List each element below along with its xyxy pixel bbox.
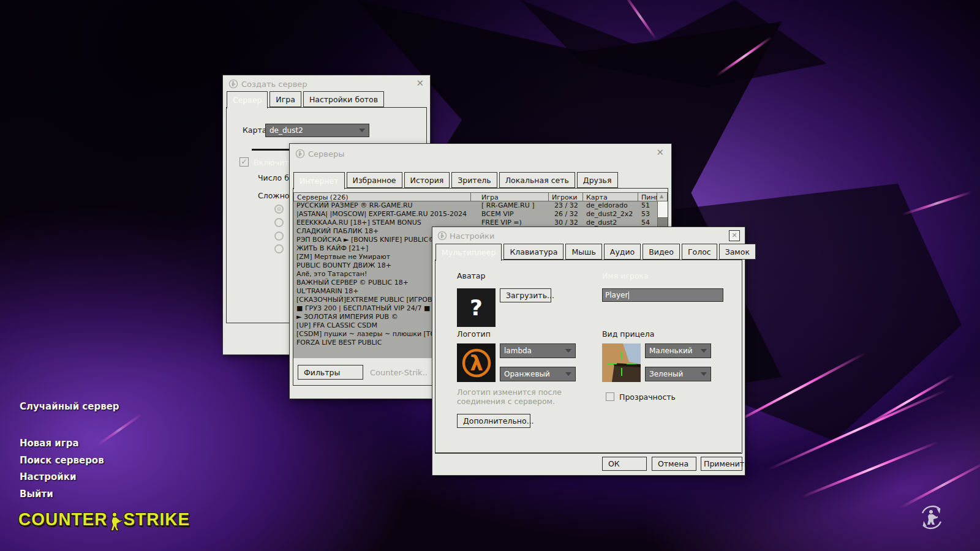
tab-video[interactable]: Видео bbox=[643, 244, 680, 260]
tab-voice[interactable]: Голос bbox=[682, 244, 717, 260]
tab-audio[interactable]: Аудио bbox=[604, 244, 641, 260]
tab-bot-settings[interactable]: Настройки ботов bbox=[303, 91, 384, 107]
tab-friends[interactable]: Друзья bbox=[577, 172, 618, 188]
menu-item-options[interactable]: Настройки bbox=[20, 471, 77, 482]
cs-soldier-icon bbox=[108, 511, 123, 531]
cs-window-icon bbox=[295, 149, 305, 159]
ok-button[interactable]: ОК bbox=[602, 457, 647, 471]
tab-mouse[interactable]: Мышь bbox=[565, 244, 601, 260]
tab-internet[interactable]: Интернет bbox=[293, 172, 345, 189]
menu-item-find-servers[interactable]: Поиск серверов bbox=[20, 455, 104, 466]
cancel-button[interactable]: Отмена bbox=[652, 457, 696, 471]
tab-panel bbox=[435, 260, 742, 454]
tab-spectate[interactable]: Зритель bbox=[451, 172, 497, 188]
tab-lock[interactable]: Замок bbox=[719, 244, 756, 260]
cs-circle-emblem-icon bbox=[918, 503, 946, 531]
menu-item-random-server[interactable]: Случайный сервер bbox=[20, 401, 119, 412]
tab-server[interactable]: Сервер bbox=[227, 91, 268, 108]
menu-item-new-game[interactable]: Новая игра bbox=[20, 438, 79, 449]
close-icon[interactable]: ✕ bbox=[656, 148, 664, 157]
tab-lan[interactable]: Локальная сеть bbox=[499, 172, 575, 188]
tab-history[interactable]: История bbox=[404, 172, 450, 188]
counter-strike-logo: COUNTER STRIKE bbox=[18, 509, 190, 530]
window-title: Создать сервер bbox=[241, 80, 307, 89]
window-title: Серверы bbox=[308, 149, 345, 159]
cs-window-icon bbox=[437, 231, 447, 241]
window-title: Настройки bbox=[450, 231, 494, 241]
tab-keyboard[interactable]: Клавиатура bbox=[503, 244, 564, 260]
close-icon[interactable]: ✕ bbox=[416, 79, 424, 88]
menu-item-quit[interactable]: Выйти bbox=[20, 489, 53, 500]
apply-button[interactable]: Применить bbox=[701, 457, 742, 471]
cs-window-icon bbox=[228, 79, 238, 89]
tab-game[interactable]: Игра bbox=[270, 91, 301, 107]
tab-favorites[interactable]: Избранное bbox=[347, 172, 402, 188]
logo-text-counter: COUNTER bbox=[18, 509, 107, 530]
tab-multiplayer[interactable]: Мультиплеер bbox=[435, 244, 502, 261]
settings-window: Настройки ✕ Мультиплеер Клавиатура Мышь … bbox=[432, 227, 745, 476]
close-icon[interactable]: ✕ bbox=[729, 230, 740, 241]
logo-text-strike: STRIKE bbox=[123, 509, 190, 530]
